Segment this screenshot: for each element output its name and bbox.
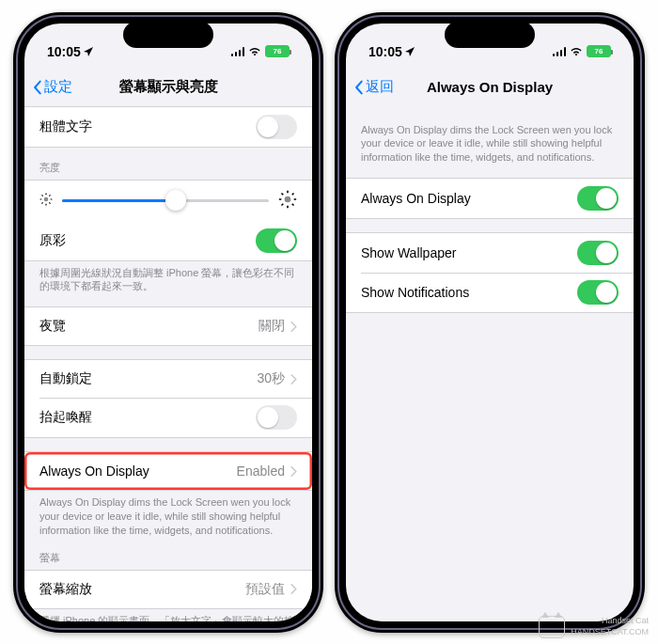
screen-right: 10:05 76 返回 Always On Display Always On … <box>346 24 634 621</box>
group-header-display: 螢幕 <box>24 551 312 570</box>
row-bold-text[interactable]: 粗體文字 <box>24 107 312 147</box>
toggle-bold-text[interactable] <box>256 115 297 139</box>
row-label: 螢幕縮放 <box>39 581 92 598</box>
row-auto-lock[interactable]: 自動鎖定 30秒 <box>24 360 312 398</box>
row-brightness-slider <box>24 180 312 221</box>
row-display-zoom[interactable]: 螢幕縮放 預設值 <box>24 571 312 608</box>
sun-large-icon <box>278 190 297 212</box>
toggle-aod[interactable] <box>577 186 619 211</box>
row-value: 關閉 <box>258 318 285 335</box>
row-raise-to-wake[interactable]: 抬起喚醒 <box>24 398 312 437</box>
nav-bar: 設定 螢幕顯示與亮度 <box>24 69 312 106</box>
row-label: 夜覽 <box>39 318 66 335</box>
back-button[interactable]: 返回 <box>353 78 394 96</box>
toggle-show-notifications[interactable] <box>577 280 619 305</box>
back-label: 設定 <box>44 78 72 96</box>
row-label: 原彩 <box>39 232 66 249</box>
battery-icon: 76 <box>265 45 290 57</box>
chevron-right-icon <box>290 466 297 477</box>
watermark-url: HANDSETCAT.COM <box>571 627 649 638</box>
intro-text: Always On Display dims the Lock Screen w… <box>346 114 634 165</box>
dynamic-island <box>123 22 213 48</box>
group-header-brightness: 亮度 <box>24 161 312 180</box>
row-label: Always On Display <box>361 191 471 206</box>
back-label: 返回 <box>366 78 394 96</box>
watermark: Handset Cat HANDSETCAT.COM <box>539 616 649 638</box>
row-night-shift[interactable]: 夜覽 關閉 <box>24 307 312 345</box>
footer-true-tone: 根據周圍光線狀況自動調整 iPhone 螢幕，讓色彩在不同的環境下都看起來一致。 <box>24 261 312 294</box>
wifi-icon <box>570 44 583 59</box>
chevron-right-icon <box>290 374 297 385</box>
row-label: Show Notifications <box>361 285 469 300</box>
row-value: 30秒 <box>257 370 285 387</box>
row-show-wallpaper[interactable]: Show Wallpaper <box>346 233 634 273</box>
back-button[interactable]: 設定 <box>32 78 72 96</box>
row-value: Enabled <box>237 463 285 479</box>
phone-left: 10:05 76 設定 螢幕顯示與亮度 粗體文字 <box>13 12 323 633</box>
aod-content: Always On Display dims the Lock Screen w… <box>346 106 634 621</box>
row-always-on-display[interactable]: Always On Display Enabled <box>24 452 312 490</box>
signal-icon <box>553 47 567 56</box>
page-title: Always On Display <box>427 79 553 95</box>
signal-icon <box>231 47 245 56</box>
location-icon <box>84 44 93 59</box>
dynamic-island <box>445 22 535 48</box>
row-aod-toggle[interactable]: Always On Display <box>346 179 634 218</box>
footer-aod: Always On Display dims the Lock Screen w… <box>24 491 312 538</box>
page-title: 螢幕顯示與亮度 <box>119 78 218 96</box>
chevron-right-icon <box>290 584 297 594</box>
slider-knob[interactable] <box>165 190 186 211</box>
wifi-icon <box>248 44 261 59</box>
nav-bar: 返回 Always On Display <box>346 69 634 106</box>
row-label: Always On Display <box>39 463 149 479</box>
status-time: 10:05 <box>47 44 81 59</box>
watermark-brand: Handset Cat <box>571 616 649 627</box>
row-value: 預設值 <box>245 581 285 598</box>
footer-display-zoom: 選擇 iPhone 的顯示畫面。「放大文字」會顯示較大的控制項目。「預設值」可顯… <box>24 609 312 621</box>
toggle-raise-to-wake[interactable] <box>256 405 297 430</box>
cat-icon <box>539 616 565 638</box>
phone-right: 10:05 76 返回 Always On Display Always On … <box>335 12 645 633</box>
row-label: 自動鎖定 <box>39 370 92 387</box>
row-label: 粗體文字 <box>39 118 92 135</box>
row-show-notifications[interactable]: Show Notifications <box>346 273 634 312</box>
toggle-show-wallpaper[interactable] <box>577 241 619 265</box>
toggle-true-tone[interactable] <box>256 228 297 253</box>
chevron-right-icon <box>290 322 297 332</box>
brightness-slider[interactable] <box>62 199 269 202</box>
status-time: 10:05 <box>368 44 402 59</box>
row-label: Show Wallpaper <box>361 245 456 260</box>
location-icon <box>405 44 415 59</box>
battery-icon: 76 <box>587 45 611 57</box>
sun-small-icon <box>39 193 53 209</box>
row-label: 抬起喚醒 <box>39 409 92 426</box>
row-true-tone[interactable]: 原彩 <box>24 221 312 260</box>
screen-left: 10:05 76 設定 螢幕顯示與亮度 粗體文字 <box>24 24 312 621</box>
settings-content: 粗體文字 亮度 原彩 <box>24 106 312 621</box>
